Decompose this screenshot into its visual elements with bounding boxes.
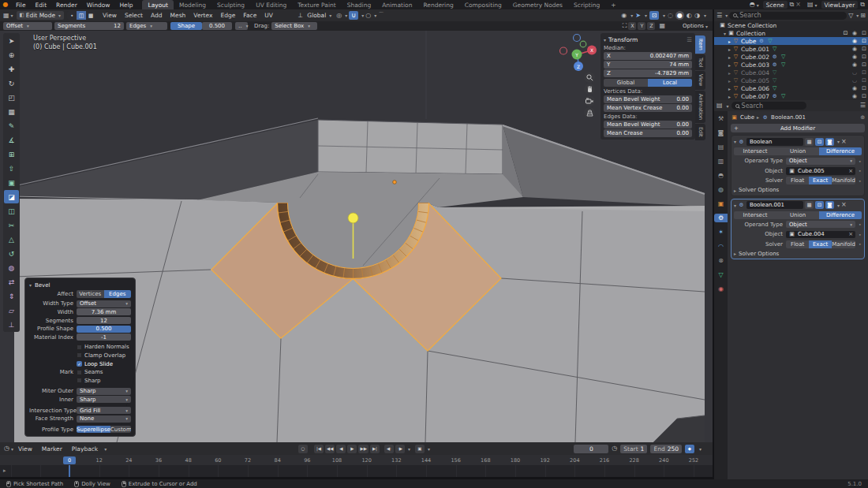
outliner-row-cube003[interactable]: ▸ ▽ Cube.003 ⚙ ▽ ◉⊡ [714,61,868,69]
outliner-row-cube[interactable]: ▸ ▽ Cube ⚙ ▽ ◉ ⊡ [714,37,868,45]
timeline-editor-icon[interactable]: ◷ [4,445,9,452]
frame-back-button[interactable]: ◀· [384,445,394,453]
harden-normals-checkbox[interactable] [77,345,82,350]
camera-visibility-icon[interactable]: ⊡ [860,46,868,52]
snap-base-icon[interactable]: ▦ [659,23,665,29]
workspace-tab[interactable]: Rendering [417,0,458,9]
timeline-tracks[interactable]: ▸ [0,465,713,477]
profile-superellipse-button[interactable]: Superellipse [77,426,110,434]
tab-view[interactable]: View [695,71,705,89]
realtime-display-icon[interactable]: ⊡ [815,138,824,146]
viewport-menu-item[interactable]: Face [239,9,260,21]
union-button[interactable]: Union [776,147,819,155]
outliner-row-cube005[interactable]: ▸ ▽ Cube.005 ▽ ◡ ⊡ [714,76,868,84]
camera-visibility-icon[interactable]: ⊡ [860,77,868,84]
breadcrumb-object[interactable]: Cube [740,114,754,121]
collapse-icon[interactable]: ▾ [734,203,736,208]
segments-field[interactable]: Segments 12 [54,22,124,30]
eye-icon[interactable]: ◉ [851,85,859,91]
union-button[interactable]: Union [776,211,819,219]
mirror-x-button[interactable]: X [628,22,636,30]
edit-mode-display-icon[interactable]: ▦ [805,201,814,209]
eye-closed-icon[interactable]: ◡ [851,69,859,76]
outliner-row-cube004[interactable]: ▸ ▽ Cube.004 ▽ ◡ ⊡ [714,69,868,76]
affect-vertices-button[interactable]: Vertices [77,290,104,298]
toolbar-tool-button[interactable]: ✚ [4,62,19,76]
affect-dropdown[interactable]: Edges [126,22,167,30]
topbar-menu-item[interactable]: Window [82,0,115,9]
topbar-menu-item[interactable]: Help [114,0,137,9]
topbar-menu-item[interactable]: Edit [31,0,52,9]
profile-custom-button[interactable]: Custom [110,426,131,434]
editor-type-icon[interactable]: ▦ [3,13,9,19]
workspace-tab[interactable]: Scripting [568,0,605,9]
tab-tool[interactable]: Tool [695,54,705,71]
workspace-tab[interactable]: + [605,0,621,9]
face-select-mode-button[interactable]: ■ [86,11,95,20]
modifier-name-field[interactable]: Boolean.001 [746,201,803,209]
render-display-icon[interactable]: ◙ [825,201,834,209]
toolbar-tool-button[interactable]: ⇄ [4,275,19,289]
solver-float-button[interactable]: Float [786,177,809,184]
frame-forward-button[interactable]: ·▶ [395,445,405,453]
camera-visibility-icon[interactable]: ⊡ [860,85,868,91]
mean-vertex-crease-field[interactable]: Mean Vertex Crease 0.00 [604,104,692,112]
clear-object-icon[interactable]: × [848,168,853,174]
tab-render-icon[interactable]: ◙ [715,129,727,137]
tab-constraints-icon[interactable]: ⊗ [715,256,727,265]
filter-icon[interactable]: ▽ [848,13,853,19]
mean-crease-field[interactable]: Mean Crease 0.00 [604,129,692,137]
viewport-menu-item[interactable]: Select [121,9,147,21]
pivot-point-icon[interactable]: ◎ [336,13,342,19]
modifier-extras-icon[interactable]: ▾ [837,139,840,144]
camera-view-icon[interactable] [584,95,595,106]
viewport-menu-item[interactable]: Add [147,9,166,21]
modifier-extras-icon[interactable]: ▾ [837,203,840,208]
viewport-menu-item[interactable]: Vertex [189,9,216,21]
outliner-display-mode-icon[interactable]: ☰ [716,13,722,19]
view-layer-selector[interactable]: ViewLayer [821,1,859,9]
viewport-menu-item[interactable]: UV [260,9,277,21]
timeline-menu-item[interactable]: Playback [67,442,103,455]
viewport-3d[interactable]: X Z Y User Perspective (0) Cube | Cube.0… [0,31,713,442]
toolbar-tool-button[interactable]: ◫ [4,204,19,218]
shape-button[interactable]: Shape [170,22,202,30]
options-dropdown[interactable]: Options [683,23,704,29]
difference-button[interactable]: Difference [819,147,862,155]
timeline-menu-item[interactable]: View [13,442,37,455]
workspace-tab[interactable]: Layout [142,0,174,9]
clear-object-icon[interactable]: × [848,231,853,237]
local-space-button[interactable]: Local [648,79,692,87]
width-field[interactable]: 7.36 mm [77,308,131,315]
workspace-tab[interactable]: Animation [376,0,417,9]
miter-outer-select[interactable]: Sharp [77,388,131,395]
vertex-select-mode-button[interactable]: ∙ [67,11,77,20]
toolbar-tool-button[interactable]: ⊕ [4,48,19,61]
drag-mode-dropdown[interactable]: Select Box [271,22,317,30]
next-keyframe-button[interactable]: ▶▶ [358,445,368,453]
new-scene-icon[interactable]: ⧉ [790,2,795,8]
toolbar-tool-button[interactable]: ✎ [4,119,19,132]
solver-exact-button[interactable]: Exact [809,240,832,248]
object-picker[interactable]: ▣ Cube.004 × [786,231,855,239]
median-x-field[interactable]: X 0.002407 mm [604,52,692,60]
eye-icon[interactable]: ◉ [851,61,859,68]
camera-visibility-icon[interactable]: ⊡ [860,38,868,44]
sharp-checkbox[interactable] [77,378,82,383]
new-collection-icon[interactable]: ⊞ [860,13,866,19]
playhead-line[interactable] [69,465,70,477]
workspace-tab[interactable]: Sculpting [211,0,250,9]
material-preview-icon[interactable]: ◐ [687,13,692,19]
scene-selector[interactable]: Scene [763,1,788,9]
edit-mode-display-icon[interactable]: ▦ [805,138,814,146]
animate-dot-icon[interactable]: • [859,222,862,227]
outliner-row-scene-collection[interactable]: ▣ Scene Collection [714,21,868,29]
tab-world-icon[interactable]: ◍ [715,185,727,194]
toolbar-tool-button[interactable]: ◍ [4,261,19,274]
scene-icon[interactable]: ◓ [750,2,755,8]
outliner-search-input[interactable]: Search [729,12,847,20]
edge-mean-bevel-weight-field[interactable]: Mean Bevel Weight 0.00 [604,121,692,129]
proportional-editing-icon[interactable]: ○ [365,13,371,19]
mirror-z-button[interactable]: Z [647,22,655,30]
intersect-button[interactable]: Intersect [734,147,776,155]
